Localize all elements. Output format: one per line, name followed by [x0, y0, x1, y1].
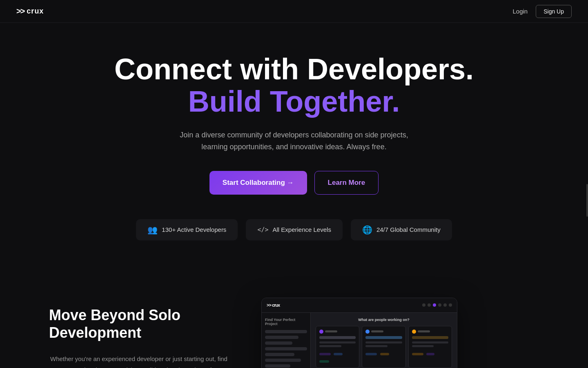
- card2-author: [365, 330, 402, 334]
- globe-icon: 🌐: [362, 225, 372, 235]
- card1-line2: [319, 345, 341, 347]
- learn-more-button[interactable]: Learn More: [314, 171, 379, 195]
- card3-title-bar: [412, 336, 448, 339]
- card1-tags: [319, 350, 356, 364]
- card3-author: [412, 330, 448, 334]
- card2-line2: [365, 345, 388, 347]
- mockup-sidebar: Find Your Perfect Project: [262, 313, 311, 368]
- feature-title: Move Beyond Solo Development: [49, 306, 229, 341]
- signup-button[interactable]: Sign Up: [536, 5, 572, 18]
- mockup-logo: >> crux: [267, 303, 280, 307]
- hero-title-line2: Build Together.: [188, 85, 400, 118]
- card2-title-bar: [365, 336, 402, 339]
- stats-row: 👥 130+ Active Developers </> All Experie…: [136, 219, 452, 240]
- stat-experience: </> All Experience Levels: [246, 219, 343, 240]
- mockup-card-1: [316, 326, 359, 368]
- logo-text: crux: [27, 7, 44, 16]
- hero-subtitle: Join a diverse community of developers c…: [172, 129, 416, 153]
- code-icon: </>: [257, 226, 268, 233]
- mockup-card-3: [408, 326, 452, 368]
- nav-right: Login Sign Up: [512, 5, 572, 18]
- mockup-card-2: [362, 326, 405, 368]
- dot-1: [422, 303, 425, 307]
- scrollbar-indicator: [586, 184, 588, 217]
- card2-tag2: [380, 353, 389, 355]
- card1-tag1: [319, 353, 331, 355]
- mockup-menu-7: [265, 364, 290, 368]
- login-button[interactable]: Login: [512, 8, 528, 15]
- logo-chevrons: >>: [16, 7, 24, 16]
- stat-community-label: 24/7 Global Community: [376, 226, 441, 233]
- card2-tag1: [365, 353, 377, 355]
- mockup-menu-1: [265, 330, 307, 333]
- card1-tag2: [334, 353, 343, 355]
- card3-line2: [412, 345, 434, 347]
- start-collaborating-button[interactable]: Start Collaborating →: [209, 171, 307, 195]
- card2-line1: [365, 341, 402, 343]
- feature-description: Whether you're an experienced developer …: [49, 353, 229, 368]
- card1-author: [319, 330, 356, 334]
- stat-developers-label: 130+ Active Developers: [162, 226, 226, 233]
- card1-tag3: [319, 360, 329, 363]
- dot-3: [433, 303, 436, 307]
- card3-tag1: [412, 353, 423, 355]
- developers-icon: 👥: [147, 225, 158, 235]
- logo[interactable]: >> crux: [16, 7, 44, 16]
- mockup-sidebar-title: Find Your Perfect Project: [265, 318, 307, 326]
- hero-buttons: Start Collaborating → Learn More: [209, 171, 379, 195]
- card1-title-bar: [319, 336, 356, 339]
- card3-tags: [412, 350, 448, 357]
- mockup-dots: [422, 303, 452, 307]
- feature-section: Move Beyond Solo Development Whether you…: [0, 265, 588, 368]
- card3-line1: [412, 341, 448, 343]
- app-mockup: >> crux Find Your Perfect Project: [261, 298, 457, 368]
- hero-section: Connect with Developers. Build Together.…: [0, 0, 588, 265]
- mockup-main-title: What are people working on?: [316, 318, 452, 322]
- mockup-topbar: >> crux: [262, 298, 457, 313]
- mockup-menu-4: [265, 347, 307, 350]
- mockup-main: What are people working on?: [311, 313, 457, 368]
- hero-title: Connect with Developers. Build Together.: [114, 53, 474, 118]
- mockup-menu-2: [265, 336, 298, 339]
- mockup-menu-6: [265, 359, 301, 362]
- mockup-cards: [316, 326, 452, 368]
- stat-community: 🌐 24/7 Global Community: [351, 219, 452, 240]
- dot-4: [438, 303, 441, 307]
- card2-tags: [365, 350, 402, 357]
- dot-2: [428, 303, 431, 307]
- mockup-menu-5: [265, 353, 294, 356]
- hero-title-line1: Connect with Developers.: [114, 53, 474, 85]
- dot-5: [443, 303, 447, 307]
- stat-developers: 👥 130+ Active Developers: [136, 219, 238, 240]
- mockup-body: Find Your Perfect Project What are peop: [262, 313, 457, 368]
- mockup-menu-3: [265, 341, 292, 345]
- navbar: >> crux Login Sign Up: [0, 0, 588, 23]
- card1-line1: [319, 341, 356, 343]
- stat-experience-label: All Experience Levels: [272, 226, 331, 233]
- feature-image: >> crux Find Your Perfect Project: [261, 298, 539, 368]
- card3-tag2: [426, 353, 434, 355]
- dot-6: [449, 303, 452, 307]
- feature-text: Move Beyond Solo Development Whether you…: [49, 306, 229, 368]
